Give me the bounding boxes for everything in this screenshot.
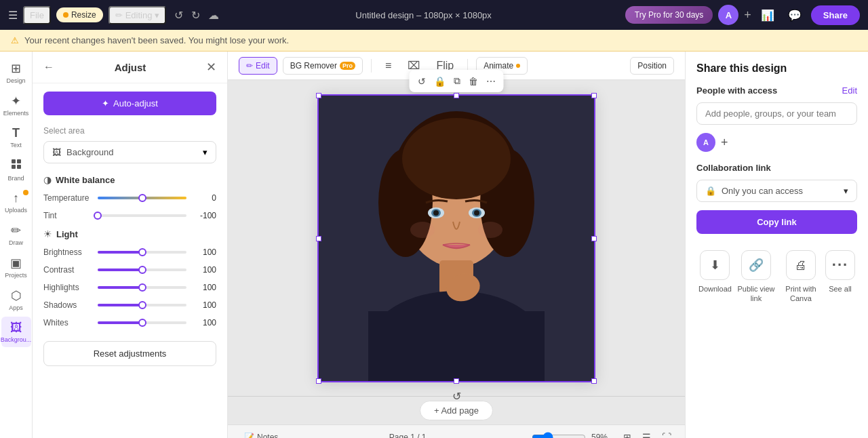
- bg-remover-button[interactable]: BG Remover Pro: [283, 57, 363, 75]
- print-canva-action[interactable]: 🖨 Print with Canva: [781, 250, 821, 304]
- position-button[interactable]: Position: [630, 57, 674, 75]
- avatar[interactable]: A: [718, 5, 738, 25]
- sidebar-item-uploads[interactable]: ↑ Uploads: [1, 187, 31, 218]
- main-area: ⊞ Design ✦ Elements T Text Brand ↑ Uploa…: [0, 52, 868, 438]
- comment-icon[interactable]: 💬: [784, 6, 806, 24]
- select-area-dropdown[interactable]: 🖼 Background ▾: [43, 141, 216, 163]
- tint-label: Tint: [43, 211, 92, 220]
- whites-track[interactable]: [98, 321, 186, 324]
- fullscreen-button[interactable]: ⛶: [659, 429, 674, 438]
- close-panel-button[interactable]: ✕: [206, 60, 216, 75]
- see-all-action[interactable]: ··· See all: [825, 250, 855, 294]
- file-menu[interactable]: File: [23, 6, 51, 24]
- sidebar-item-design[interactable]: ⊞ Design: [1, 57, 31, 88]
- sidebar-item-background[interactable]: 🖼 Backgrou...: [1, 317, 31, 347]
- edit-button[interactable]: ✏ Edit: [239, 57, 277, 75]
- auto-adjust-icon: ✦: [102, 98, 109, 108]
- brightness-thumb[interactable]: [138, 248, 146, 256]
- share-button[interactable]: Share: [811, 5, 860, 25]
- public-view-action[interactable]: 🔗 Public view link: [736, 250, 776, 304]
- tint-slider-row: Tint -100: [43, 211, 216, 220]
- adjust-panel-title: Adjust: [115, 62, 146, 73]
- svg-point-18: [474, 210, 479, 216]
- chart-icon[interactable]: 📊: [757, 6, 778, 24]
- sidebar-item-label: Elements: [3, 110, 29, 117]
- canvas-rotate-handle[interactable]: ↺: [452, 390, 461, 403]
- temperature-thumb[interactable]: [138, 194, 146, 202]
- shadows-track[interactable]: [98, 304, 186, 306]
- sidebar-item-projects[interactable]: ▣ Projects: [1, 252, 31, 283]
- contrast-label: Contrast: [43, 265, 92, 275]
- menu-icon[interactable]: ☰: [8, 9, 18, 22]
- notes-button[interactable]: 📝 Notes: [239, 430, 283, 438]
- add-user-icon[interactable]: +: [744, 8, 751, 22]
- add-collaborator-button[interactable]: +: [721, 136, 728, 150]
- collab-link-label: Collaboration link: [696, 163, 857, 173]
- temperature-track[interactable]: [98, 197, 186, 199]
- svg-point-17: [433, 210, 439, 216]
- resize-button[interactable]: Resize: [56, 7, 103, 22]
- redo-icon[interactable]: ↻: [189, 6, 203, 24]
- balance-icon: ◑: [43, 174, 52, 185]
- sidebar-item-label: Apps: [9, 304, 23, 311]
- zoom-slider[interactable]: [532, 432, 586, 438]
- sidebar-item-draw[interactable]: ✏ Draw: [1, 219, 31, 250]
- light-section: ☀ Light: [43, 228, 216, 239]
- animate-dot: [516, 64, 520, 68]
- text-icon: T: [12, 126, 20, 140]
- white-balance-label: White balance: [56, 175, 115, 185]
- collab-link-dropdown[interactable]: 🔒 Only you can access ▾: [696, 180, 857, 202]
- brightness-slider-row: Brightness 100: [43, 247, 216, 257]
- svg-rect-2: [12, 165, 16, 169]
- warning-bar: ⚠ Your recent changes haven't been saved…: [0, 30, 868, 52]
- sidebar-item-text[interactable]: T Text: [1, 122, 31, 153]
- sidebar-item-brand[interactable]: Brand: [1, 154, 31, 186]
- add-people-input[interactable]: [696, 102, 857, 125]
- sidebar-item-apps[interactable]: ⬡ Apps: [1, 284, 31, 315]
- orange-dot: [63, 12, 68, 18]
- list-view-button[interactable]: ☰: [639, 429, 654, 438]
- apps-icon: ⬡: [11, 288, 22, 303]
- more-options-btn[interactable]: ⋯: [484, 73, 498, 89]
- shadows-thumb[interactable]: [138, 301, 146, 309]
- sidebar-item-elements[interactable]: ✦ Elements: [1, 89, 31, 121]
- lock-btn[interactable]: 🔒: [431, 73, 448, 89]
- white-balance-section: ◑ White balance: [43, 174, 216, 185]
- contrast-track[interactable]: [98, 268, 186, 271]
- copy-link-button[interactable]: Copy link: [696, 210, 857, 234]
- canvas-scroll[interactable]: ↺ 🔒 ⧉ 🗑 ⋯: [228, 81, 685, 396]
- zoom-controls: 59% ⊞ ☰ ⛶: [532, 429, 674, 438]
- more-icon: ···: [825, 250, 855, 280]
- lines-icon[interactable]: ≡: [380, 56, 397, 75]
- reset-adjustments-button[interactable]: Reset adjustments: [43, 341, 216, 366]
- canvas-area: ✏ Edit BG Remover Pro ≡ ⌧ Flip A: [228, 52, 685, 438]
- whites-thumb[interactable]: [138, 319, 146, 327]
- add-page-button[interactable]: + Add page: [420, 401, 493, 420]
- undo-icon[interactable]: ↺: [172, 6, 186, 24]
- copy-element-btn[interactable]: ⧉: [451, 73, 463, 89]
- tint-thumb[interactable]: [94, 212, 102, 220]
- brand-icon: [10, 158, 22, 174]
- try-pro-button[interactable]: Try Pro for 30 days: [625, 6, 713, 24]
- grid-view-button[interactable]: ⊞: [620, 429, 634, 438]
- download-action[interactable]: ⬇ Download: [698, 250, 732, 294]
- delete-element-btn[interactable]: 🗑: [466, 73, 481, 89]
- tint-track[interactable]: [98, 214, 186, 217]
- highlights-track[interactable]: [98, 286, 186, 289]
- editing-button[interactable]: ✏ Editing ▾: [108, 6, 167, 24]
- contrast-thumb[interactable]: [138, 266, 146, 274]
- highlights-thumb[interactable]: [138, 283, 146, 292]
- rotate-btn[interactable]: ↺: [415, 73, 429, 89]
- design-icon: ⊞: [11, 61, 21, 76]
- download-label: Download: [698, 284, 732, 294]
- cloud-save-icon[interactable]: ☁: [205, 6, 222, 24]
- auto-adjust-button[interactable]: ✦ Auto-adjust: [43, 92, 216, 115]
- share-panel: Share this design People with access Edi…: [685, 52, 868, 438]
- topbar-left: ☰ File Resize ✏ Editing ▾ ↺ ↻ ☁: [8, 6, 222, 24]
- back-button[interactable]: ←: [43, 61, 54, 73]
- sidebar-item-label: Uploads: [5, 207, 27, 214]
- uploads-dot: [23, 190, 28, 195]
- brightness-track[interactable]: [98, 251, 186, 254]
- edit-access-link[interactable]: Edit: [842, 85, 857, 96]
- temperature-slider-row: Temperature 0: [43, 193, 216, 203]
